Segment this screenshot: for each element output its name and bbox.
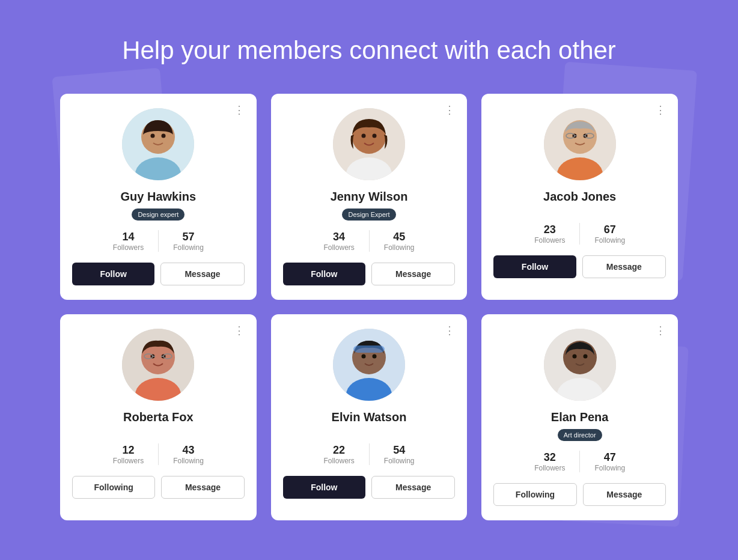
card-name-jenny-wilson: Jenny Wilson	[331, 190, 408, 204]
card-menu-button-elan-pena[interactable]: ⋮	[653, 324, 668, 337]
card-actions-elan-pena: Following Message	[493, 483, 666, 506]
card-menu-button-jenny-wilson[interactable]: ⋮	[442, 103, 457, 117]
stat-following-elvin-watson: 54 Following	[370, 444, 429, 465]
message-button-guy-hawkins[interactable]: Message	[160, 263, 244, 285]
card-roberta-fox: ⋮ Roberta Fox 12 Followers 43 Following	[60, 314, 257, 520]
svg-point-33	[361, 355, 365, 359]
card-name-elvin-watson: Elvin Watson	[332, 410, 407, 424]
card-name-elan-pena: Elan Pena	[551, 410, 609, 424]
svg-rect-32	[353, 345, 385, 353]
stat-following-guy-hawkins: 57 Following	[159, 231, 218, 252]
stat-following-roberta-fox: 43 Following	[159, 444, 218, 465]
avatar-elan-pena	[544, 329, 616, 401]
follow-button-roberta-fox[interactable]: Following	[72, 476, 155, 499]
follow-button-elan-pena[interactable]: Following	[493, 483, 576, 506]
card-name-guy-hawkins: Guy Hawkins	[121, 190, 197, 204]
card-badge-elan-pena: Art director	[558, 429, 602, 441]
card-elan-pena: ⋮ Elan Pena Art director 32 Followers 47…	[481, 314, 678, 520]
card-actions-roberta-fox: Following Message	[72, 476, 245, 499]
card-elvin-watson: ⋮ Elvin Watson 22 Followers 54 Following	[271, 314, 468, 520]
avatar-roberta-fox	[122, 329, 194, 401]
svg-point-34	[372, 355, 376, 359]
card-jacob-jones: ⋮ Jacob Jones 23 Followers 67 Following	[481, 94, 678, 300]
svg-point-3	[151, 134, 155, 138]
card-actions-guy-hawkins: Follow Message	[72, 263, 245, 285]
card-actions-jenny-wilson: Follow Message	[283, 263, 456, 285]
avatar-guy-hawkins	[122, 108, 194, 180]
stat-followers-elvin-watson: 22 Followers	[309, 444, 368, 465]
stat-following-jacob-jones: 67 Following	[580, 224, 639, 245]
card-name-roberta-fox: Roberta Fox	[123, 410, 194, 424]
card-badge-jenny-wilson: Design Expert	[342, 208, 395, 221]
card-guy-hawkins: ⋮ Guy Hawkins Design expert 14 Followers…	[60, 94, 257, 300]
svg-point-10	[372, 134, 376, 138]
follow-button-elvin-watson[interactable]: Follow	[283, 476, 365, 499]
avatar-elvin-watson	[333, 329, 405, 401]
card-actions-jacob-jones: Follow Message	[493, 255, 666, 278]
stat-followers-jacob-jones: 23 Followers	[520, 224, 579, 245]
svg-point-9	[361, 134, 365, 138]
stat-followers-jenny-wilson: 34 Followers	[309, 231, 368, 252]
card-stats-jenny-wilson: 34 Followers 45 Following	[283, 230, 456, 252]
card-stats-elvin-watson: 22 Followers 54 Following	[283, 443, 456, 465]
stat-following-jenny-wilson: 45 Following	[370, 231, 429, 252]
card-stats-guy-hawkins: 14 Followers 57 Following	[72, 230, 245, 252]
card-name-jacob-jones: Jacob Jones	[543, 190, 616, 204]
svg-point-38	[572, 355, 576, 359]
page-title: Help your members connect with each othe…	[60, 36, 678, 65]
message-button-elvin-watson[interactable]: Message	[371, 476, 455, 499]
message-button-elan-pena[interactable]: Message	[583, 483, 666, 506]
card-badge-guy-hawkins: Design expert	[132, 208, 184, 221]
follow-button-guy-hawkins[interactable]: Follow	[72, 263, 154, 285]
card-stats-roberta-fox: 12 Followers 43 Following	[72, 443, 245, 465]
card-menu-button-jacob-jones[interactable]: ⋮	[653, 103, 668, 117]
message-button-roberta-fox[interactable]: Message	[161, 476, 244, 499]
message-button-jacob-jones[interactable]: Message	[582, 255, 666, 278]
avatar-jacob-jones	[544, 108, 616, 180]
card-stats-jacob-jones: 23 Followers 67 Following	[493, 223, 666, 245]
members-grid: ⋮ Guy Hawkins Design expert 14 Followers…	[60, 94, 678, 520]
message-button-jenny-wilson[interactable]: Message	[371, 263, 455, 285]
card-stats-elan-pena: 32 Followers 47 Following	[493, 451, 666, 472]
avatar-jenny-wilson	[333, 108, 405, 180]
card-menu-button-guy-hawkins[interactable]: ⋮	[231, 103, 247, 117]
stat-followers-guy-hawkins: 14 Followers	[99, 231, 158, 252]
svg-point-4	[162, 134, 166, 138]
card-actions-elvin-watson: Follow Message	[283, 476, 456, 499]
page-background: Help your members connect with each othe…	[0, 0, 738, 560]
card-menu-button-roberta-fox[interactable]: ⋮	[231, 324, 247, 337]
card-menu-button-elvin-watson[interactable]: ⋮	[442, 324, 457, 337]
follow-button-jenny-wilson[interactable]: Follow	[283, 263, 365, 285]
follow-button-jacob-jones[interactable]: Follow	[493, 255, 576, 278]
svg-point-39	[583, 355, 587, 359]
card-jenny-wilson: ⋮ Jenny Wilson Design Expert 34 Follower…	[271, 94, 468, 300]
stat-followers-roberta-fox: 12 Followers	[99, 444, 158, 465]
svg-rect-5	[149, 123, 167, 127]
stat-following-elan-pena: 47 Following	[580, 451, 639, 472]
stat-followers-elan-pena: 32 Followers	[520, 451, 579, 472]
